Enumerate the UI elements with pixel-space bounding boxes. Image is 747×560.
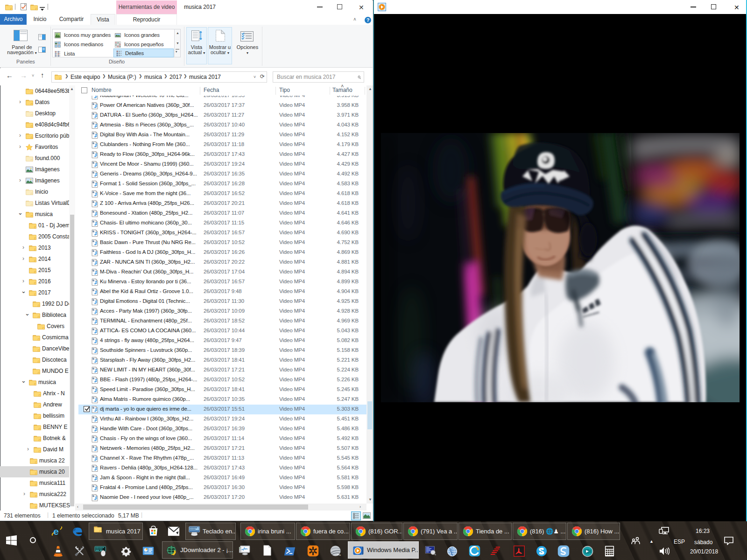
svg-text:Pro: Pro bbox=[337, 553, 341, 556]
